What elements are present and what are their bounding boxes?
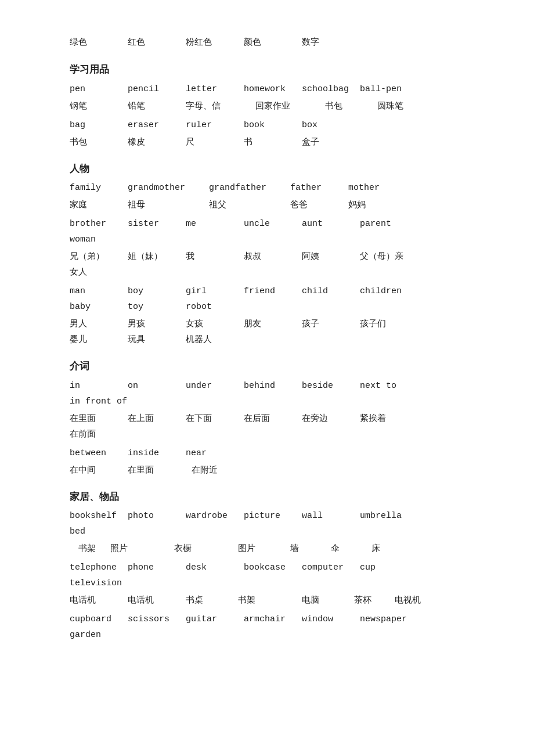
word-telephone: telephone [70,560,122,575]
zh-in: 在里面 [70,411,122,426]
word-in-front-of: in front of [70,394,127,409]
zh-woman: 女人 [70,264,122,280]
zh-cup: 茶杯 [354,592,389,608]
zh-child: 孩子 [302,316,354,332]
word-robot: robot [186,299,238,315]
word-scissors: scissors [128,611,180,627]
word-parent: parent [360,216,412,232]
colors-section: 绿色 红色 粉红色 颜色 数字 [70,35,464,51]
word-ballpen: ball-pen [360,81,412,97]
word-photo: photo [128,508,180,524]
word-father: father [290,180,342,196]
zh-sister: 姐（妹） [128,249,180,264]
zh-in-front-of: 在前面 [70,426,122,442]
word-garden: garden [70,627,122,643]
word-bookshelf: bookshelf [70,508,122,524]
word-cup: cup [360,560,412,575]
word-near: near [186,445,238,461]
word-behind: behind [244,378,296,394]
zh-near: 在附近 [192,462,244,478]
zh-wardrobe: 衣橱 [174,541,232,556]
prep-row-1: in on under behind beside next to in fro… [70,378,464,442]
word-homework: homework [244,81,296,97]
word-children: children [360,283,412,299]
zh-telephone: 电话机 [70,592,122,608]
people-row-3: man boy girl friend child children baby … [70,283,464,347]
prep-row-2: between inside near 在中间 在里面 在附近 [70,445,464,478]
zh-television: 电视机 [395,592,447,608]
word-child: child [302,283,354,299]
prepositions-header: 介词 [70,358,464,376]
word-under: under [186,378,238,394]
zh-computer: 电脑 [302,592,348,608]
word-newspaper: newspaper [360,611,412,627]
word-cupboard: cupboard [70,611,122,627]
zh-bed: 床 [371,541,424,556]
word-letter: letter [186,81,238,97]
zh-behind: 在后面 [244,411,296,426]
home-row-2: telephone phone desk bookcase computer c… [70,560,464,608]
word-sister: sister [128,216,180,232]
school-supplies-header: 学习用品 [70,61,464,79]
zh-picture: 图片 [238,541,284,556]
word-box: box [302,117,354,133]
zh-wall: 墙 [290,541,325,556]
zh-homework: 回家作业 [255,98,319,114]
word-window: window [302,611,354,627]
zh-man: 男人 [70,316,122,332]
word-phone: phone [128,560,180,575]
word-wardrobe: wardrobe [186,508,238,524]
zh-phone: 电话机 [128,592,180,608]
zh-children: 孩子们 [360,316,412,332]
zh-on: 在上面 [128,411,180,426]
zh-bag: 书包 [70,134,122,150]
word-me: me [186,216,238,232]
color-color: 颜色 [244,35,296,51]
word-schoolbag: schoolbag [302,81,354,97]
zh-parent: 父（母）亲 [360,249,412,264]
word-mother: mother [348,180,400,196]
word-ruler: ruler [186,117,238,133]
colors-en-row: 绿色 红色 粉红色 颜色 数字 [70,35,464,51]
zh-uncle: 叔叔 [244,249,296,264]
zh-baby: 婴儿 [70,332,122,347]
zh-next-to: 紧挨着 [360,411,418,426]
word-boy: boy [128,283,180,299]
people-row-2: brother sister me uncle aunt parent woma… [70,216,464,280]
zh-desk: 书桌 [186,592,232,608]
word-desk: desk [186,560,238,575]
color-number: 数字 [302,35,354,51]
zh-ballpen: 圆珠笔 [377,98,430,114]
zh-bookcase: 书架 [238,592,296,608]
school-row-1-en: pen pencil letter homework schoolbag bal… [70,81,464,114]
word-grandfather: grandfather [209,180,284,196]
word-toy: toy [128,299,180,315]
word-between: between [70,445,122,461]
word-computer: computer [302,560,354,575]
word-pencil: pencil [128,81,180,97]
zh-family: 家庭 [70,197,122,213]
word-bed: bed [70,524,122,539]
word-man: man [70,283,122,299]
people-row-1: family grandmother grandfather father mo… [70,180,464,213]
word-uncle: uncle [244,216,296,232]
zh-book: 书 [244,134,296,150]
word-family: family [70,180,122,196]
home-items-header: 家居、物品 [70,488,464,506]
word-on: on [128,378,180,394]
color-red: 红色 [128,35,180,51]
word-woman: woman [70,232,122,247]
zh-umbrella: 伞 [331,541,366,556]
zh-box: 盒子 [302,134,354,150]
word-picture: picture [244,508,296,524]
zh-under: 在下面 [186,411,238,426]
word-next-to: next to [360,378,418,394]
zh-bookshelf: 书架 [70,541,104,556]
color-green: 绿色 [70,35,122,51]
word-book: book [244,117,296,133]
zh-mother: 妈妈 [348,197,400,213]
zh-pen: 钢笔 [70,98,122,114]
word-guitar: guitar [186,611,238,627]
zh-boy: 男孩 [128,316,180,332]
zh-grandmother: 祖母 [128,197,203,213]
